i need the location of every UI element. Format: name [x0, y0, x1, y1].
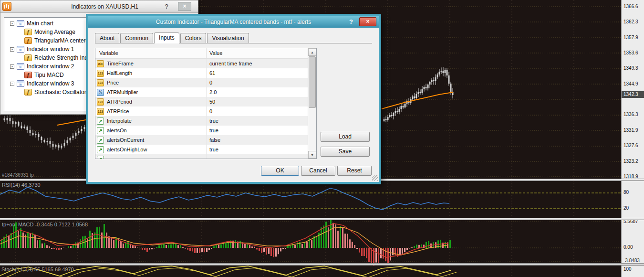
scrollbar-thumb[interactable]: [309, 56, 316, 108]
param-value[interactable]: current time frame: [207, 61, 316, 66]
param-value[interactable]: 0: [207, 108, 316, 114]
param-row-alertson[interactable]: alertsOn true: [95, 126, 316, 135]
param-row-alertsoncurrent[interactable]: alertsOnCurrent false: [95, 135, 316, 145]
price-axis[interactable]: [621, 0, 644, 277]
close-icon[interactable]: ×: [359, 17, 376, 26]
collapse-icon[interactable]: [10, 82, 14, 86]
param-name: Price: [107, 80, 119, 85]
scroll-up-icon[interactable]: ▲: [308, 48, 316, 56]
inputs-table-header: Variable Value: [95, 48, 316, 59]
param-name: Interpolate: [107, 118, 132, 124]
param-value[interactable]: 2.0: [207, 89, 316, 95]
param-name: TimeFrame: [107, 61, 134, 66]
param-name: alertsOnHighLow: [107, 147, 147, 152]
help-icon[interactable]: ?: [346, 17, 356, 26]
tree-item-label: Indicator window 2: [27, 63, 74, 70]
chart-window-icon: [17, 80, 24, 87]
price-axis-label: 1349.3: [623, 65, 638, 71]
tab-visualization[interactable]: Visualization: [207, 33, 249, 43]
help-icon[interactable]: ?: [162, 2, 171, 11]
tab-inputs[interactable]: Inputs: [154, 32, 179, 43]
chart-app-icon: [2, 2, 11, 11]
price-axis-label: 1344.9: [623, 81, 638, 86]
bool-type-icon: [97, 156, 104, 160]
collapse-icon[interactable]: [10, 64, 14, 69]
param-name: ATRPrice: [107, 108, 129, 114]
custom-indicator-title: Custom Indicator - TriangularMA centered…: [88, 19, 379, 25]
param-name: alertsOnCurrent: [107, 137, 144, 143]
resize-grip[interactable]: [372, 175, 378, 181]
save-button[interactable]: Save: [321, 147, 370, 157]
custom-indicator-titlebar[interactable]: Custom Indicator - TriangularMA centered…: [88, 16, 379, 28]
indicator-fx-icon: [24, 72, 32, 78]
param-name: ATRMultiplier: [107, 89, 138, 95]
param-row-atrperiod[interactable]: ATRPeriod 50: [95, 97, 316, 107]
window-separator[interactable]: [0, 218, 644, 220]
macd-indicator-label: tp+on_MACD -0.3445 0.7122 1.0568: [2, 222, 88, 227]
string-type-icon: [97, 60, 104, 67]
trading-terminal: 1366.6 1362.3 1357.9 1353.6 1349.3 1344.…: [0, 0, 644, 277]
param-row-halflength[interactable]: HalfLength 61: [95, 68, 316, 78]
tree-item-label: Indicator window 3: [27, 80, 74, 87]
param-value[interactable]: 61: [207, 70, 316, 76]
price-axis-label: 1323.2: [623, 159, 638, 164]
param-value[interactable]: 0: [207, 80, 316, 85]
param-name: alertsOn: [107, 128, 127, 133]
param-row-alertsonhighlow[interactable]: alertsOnHighLow true: [95, 145, 316, 154]
double-type-icon: [97, 89, 104, 96]
chart-window-icon: [17, 63, 24, 70]
param-row-partial[interactable]: [95, 154, 316, 159]
integer-type-icon: [97, 108, 104, 115]
param-row-interpolate[interactable]: Interpolate true: [95, 116, 316, 126]
collapse-icon[interactable]: [10, 47, 14, 52]
ok-button[interactable]: OK: [261, 166, 299, 176]
column-header-value: Value: [207, 48, 316, 58]
indicators-dialog-titlebar[interactable]: Indicators on XAUUSD,H1 ? ×: [0, 0, 198, 13]
cancel-button[interactable]: Cancel: [301, 166, 335, 176]
table-scrollbar[interactable]: ▲ ▼: [308, 48, 316, 159]
param-value[interactable]: true: [207, 128, 316, 133]
indicator-fx-icon: [24, 54, 32, 61]
close-icon[interactable]: ×: [178, 2, 191, 11]
param-value[interactable]: 50: [207, 99, 316, 105]
load-button[interactable]: Load: [321, 132, 370, 142]
stoch-indicator-label: Stoch(14,3,3) 55.5165 69.4970: [1, 266, 74, 272]
param-value[interactable]: true: [207, 147, 316, 152]
param-row-atrprice[interactable]: ATRPrice 0: [95, 107, 316, 116]
current-price-tag: 1342.3: [622, 91, 644, 98]
param-row-price[interactable]: Price 0: [95, 78, 316, 87]
macd-axis-label: 0.00: [623, 245, 633, 250]
param-name: HalfLength: [107, 70, 132, 76]
reset-button[interactable]: Reset: [337, 166, 372, 176]
price-axis-label: 1327.6: [623, 143, 638, 148]
tab-colors[interactable]: Colors: [180, 33, 207, 43]
rsi-axis-label: 80: [623, 190, 629, 195]
param-row-atrmultiplier[interactable]: ATRMultiplier 2.0: [95, 87, 316, 97]
window-separator[interactable]: [0, 263, 644, 266]
tree-item-label: Main chart: [27, 20, 53, 27]
tree-item-label: Stochastic Oscillator: [34, 89, 86, 96]
indicator-fx-icon: [24, 37, 32, 44]
tree-item-label: Tipu MACD: [34, 72, 64, 78]
indicator-fx-icon: [24, 89, 32, 96]
tree-item-label: Moving Average: [34, 29, 75, 35]
bool-type-icon: [97, 117, 104, 125]
param-name: ATRPeriod: [107, 99, 132, 105]
column-header-variable: Variable: [95, 48, 207, 58]
tab-about[interactable]: About: [95, 33, 119, 43]
param-value[interactable]: false: [207, 137, 316, 143]
tree-item-label: Indicator window 1: [27, 46, 74, 53]
inputs-table: Variable Value TimeFrame current time fr…: [95, 48, 317, 159]
chart-window-icon: [17, 46, 24, 53]
stoch-axis-label: 100: [623, 266, 632, 272]
price-axis-label: 1353.6: [623, 50, 638, 55]
price-axis-label: 1362.3: [623, 19, 638, 24]
param-value[interactable]: true: [207, 118, 316, 124]
indicator-fx-icon: [24, 29, 32, 35]
scroll-down-icon[interactable]: ▼: [308, 151, 316, 159]
param-row-timeframe[interactable]: TimeFrame current time frame: [95, 59, 316, 68]
tab-common[interactable]: Common: [120, 33, 153, 43]
integer-type-icon: [97, 98, 104, 106]
collapse-icon[interactable]: [10, 21, 14, 26]
macd-axis-label: -3.8483: [623, 258, 640, 263]
